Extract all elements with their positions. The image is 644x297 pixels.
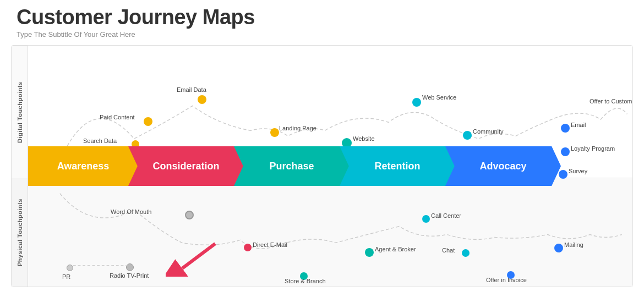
label-agent-broker: Agent & Broker bbox=[375, 246, 416, 252]
dot-agent-broker bbox=[365, 248, 374, 257]
dot-pr bbox=[67, 265, 73, 271]
dot-mailing bbox=[554, 244, 563, 252]
consideration-label: Consideration bbox=[152, 161, 219, 172]
digital-touchpoints-label: Digital Touchpoints bbox=[12, 46, 28, 178]
label-offer-customers: Offer to Customers bbox=[590, 98, 633, 105]
content-area: Awareness Consideration Purchase Retenti… bbox=[28, 46, 632, 287]
physical-zone bbox=[28, 178, 632, 287]
label-community: Community bbox=[473, 128, 504, 135]
page-header: Customer Journey Maps Type The Subtitle … bbox=[0, 0, 644, 41]
advocacy-label: Advocacy bbox=[479, 161, 526, 172]
dot-web-service bbox=[412, 98, 421, 107]
label-landing-page: Landing Page bbox=[279, 125, 316, 131]
dot-paid-content bbox=[144, 117, 152, 126]
label-mailing: Mailing bbox=[564, 241, 583, 248]
dot-direct-email bbox=[244, 244, 252, 251]
page-title: Customer Journey Maps bbox=[17, 6, 627, 29]
label-search-data: Search Data bbox=[83, 138, 117, 144]
label-radio-tv-print: Radio TV-Print bbox=[110, 272, 149, 279]
label-direct-email: Direct E-Mail bbox=[253, 241, 287, 248]
journey-map-container: Digital Touchpoints Physical Touchpoints… bbox=[11, 45, 633, 287]
dot-word-of-mouth bbox=[185, 211, 194, 219]
dot-landing-page bbox=[270, 128, 279, 137]
awareness-label: Awareness bbox=[57, 161, 110, 172]
consideration-stage: Consideration bbox=[128, 146, 244, 186]
label-email-data: Email Data bbox=[177, 86, 206, 93]
dot-radio-tv-print bbox=[126, 263, 134, 271]
label-web-service: Web Service bbox=[422, 94, 456, 101]
awareness-stage: Awareness bbox=[28, 146, 138, 186]
label-pr: PR bbox=[62, 273, 70, 280]
retention-stage: Retention bbox=[340, 146, 455, 186]
advocacy-stage: Advocacy bbox=[445, 146, 561, 186]
label-offer-invoice: Offer in Invoice bbox=[486, 277, 527, 283]
purchase-stage: Purchase bbox=[234, 146, 350, 186]
label-email-advocacy: Email bbox=[571, 122, 586, 128]
page-subtitle: Type The Subtitle Of Your Great Here bbox=[17, 30, 627, 38]
dot-call-center bbox=[422, 215, 430, 223]
retention-label: Retention bbox=[375, 161, 421, 172]
dot-email-advocacy bbox=[561, 124, 570, 133]
svg-line-1 bbox=[182, 244, 215, 268]
journey-stages-bar: Awareness Consideration Purchase Retenti… bbox=[28, 146, 632, 186]
label-chat: Chat bbox=[442, 247, 455, 254]
dot-chat bbox=[462, 249, 470, 257]
label-word-of-mouth: Word Of Mouth bbox=[111, 208, 151, 215]
label-website: Website bbox=[353, 135, 375, 142]
red-arrow-annotation bbox=[166, 233, 221, 277]
physical-touchpoints-label: Physical Touchpoints bbox=[12, 178, 28, 287]
label-call-center: Call Center bbox=[431, 212, 461, 219]
dot-community bbox=[463, 131, 472, 140]
dot-email-data bbox=[198, 95, 206, 104]
label-store-branch: Store & Branch bbox=[285, 278, 326, 284]
side-labels: Digital Touchpoints Physical Touchpoints bbox=[12, 46, 28, 287]
label-paid-content: Paid Content bbox=[100, 114, 135, 120]
purchase-label: Purchase bbox=[269, 161, 314, 172]
